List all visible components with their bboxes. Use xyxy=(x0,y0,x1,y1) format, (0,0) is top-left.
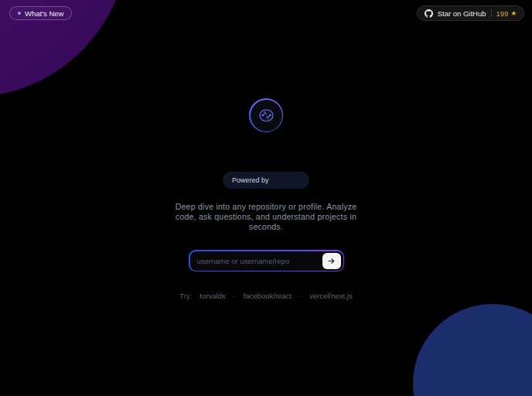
repo-search xyxy=(189,250,344,271)
headline-line-1: Deep dive into any repository or profile… xyxy=(0,202,532,212)
decor-circle-blue xyxy=(413,304,532,396)
search-submit-button[interactable] xyxy=(322,253,341,269)
whats-new-button[interactable]: What's New xyxy=(9,6,72,20)
try-label: Try: xyxy=(179,292,192,300)
try-example-vercel-nextjs[interactable]: vercel/next.js xyxy=(309,292,352,300)
star-on-github-button[interactable]: Star on GitHub 199 ★ xyxy=(417,5,524,21)
brain-circuit-icon xyxy=(257,107,275,125)
star-count-value: 199 xyxy=(496,9,509,18)
whats-new-label: What's New xyxy=(25,9,63,18)
app-logo xyxy=(249,98,283,132)
try-example-torvalds[interactable]: torvalds xyxy=(200,292,225,300)
hero-headline: Deep dive into any repository or profile… xyxy=(0,202,532,232)
dot-separator: · xyxy=(234,292,236,300)
headline-line-2: code, ask questions, and understand proj… xyxy=(0,212,532,222)
star-icon: ★ xyxy=(510,10,517,17)
try-examples-row: Try: torvalds · facebook/react · vercel/… xyxy=(0,292,532,300)
powered-by-label: Powered by xyxy=(232,176,269,184)
app-logo-inner xyxy=(251,100,282,131)
new-indicator-dot-icon xyxy=(18,12,21,15)
repo-search-inner xyxy=(190,251,343,271)
github-icon xyxy=(425,9,433,18)
github-star-count: 199 ★ xyxy=(496,9,517,18)
powered-by-logo xyxy=(269,176,300,184)
repo-search-input[interactable] xyxy=(190,257,322,265)
headline-line-3: seconds. xyxy=(0,222,532,232)
star-on-github-label: Star on GitHub xyxy=(438,9,486,18)
powered-by-badge[interactable]: Powered by xyxy=(223,172,309,189)
button-divider xyxy=(491,9,492,17)
try-example-facebook-react[interactable]: facebook/react xyxy=(244,292,292,300)
dot-separator: · xyxy=(299,292,302,300)
arrow-right-icon xyxy=(327,257,336,265)
